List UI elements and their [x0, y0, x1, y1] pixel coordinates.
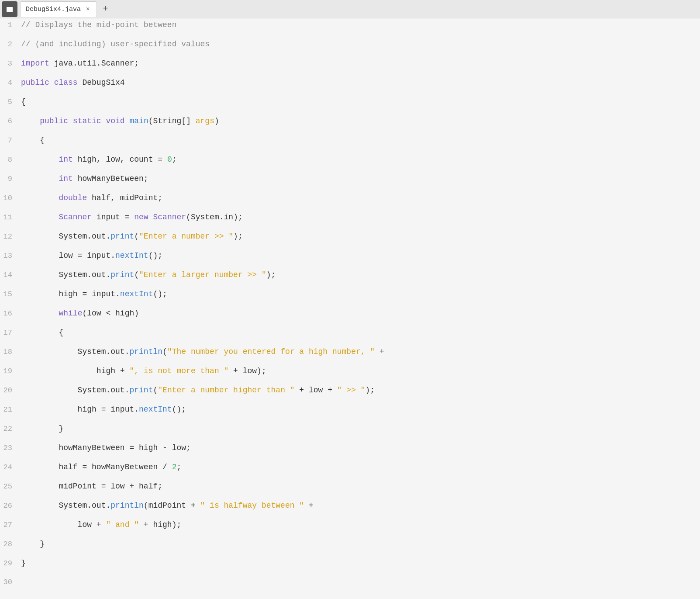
line-number: 1 — [0, 20, 19, 31]
code-token: "Enter a number >> " — [139, 232, 233, 241]
tab-filename: DebugSix4.java — [26, 6, 81, 13]
line-content[interactable]: int howManyBetween; — [19, 173, 700, 185]
file-tab[interactable]: DebugSix4.java × — [20, 1, 97, 17]
code-token: (); — [172, 405, 186, 414]
code-token: half = howManyBetween / — [21, 463, 172, 471]
line-content[interactable]: half = howManyBetween / 2; — [19, 461, 700, 474]
code-token: System.out. — [21, 270, 110, 279]
code-token: "The number you entered for a high numbe… — [167, 347, 375, 356]
line-content[interactable]: { — [19, 96, 700, 108]
line-content[interactable]: import java.util.Scanner; — [19, 58, 700, 70]
code-token: "Enter a larger number >> " — [139, 270, 266, 279]
code-token: public — [40, 117, 68, 125]
code-token: + high); — [139, 520, 181, 529]
code-token: args — [196, 117, 214, 125]
line-content[interactable]: } — [19, 423, 700, 435]
code-line: 19 high + ", is not more than " + low); — [0, 364, 700, 384]
line-content[interactable]: System.out.print("Enter a larger number … — [19, 269, 700, 281]
line-content[interactable]: while(low < high) — [19, 308, 700, 320]
title-bar: DebugSix4.java × + — [0, 0, 700, 18]
code-token: ); — [266, 270, 276, 279]
file-explorer-button[interactable] — [2, 1, 17, 17]
code-token: (midPoint + — [144, 501, 200, 510]
line-content[interactable]: public static void main(String[] args) — [19, 115, 700, 128]
code-token — [148, 213, 153, 222]
code-line: 29} — [0, 557, 700, 576]
line-content[interactable]: System.out.print("Enter a number >> "); — [19, 231, 700, 243]
line-content[interactable]: } — [19, 557, 700, 570]
code-token: { — [21, 97, 26, 106]
line-content[interactable]: // (and including) user-specified values — [19, 38, 700, 51]
line-content[interactable]: high + ", is not more than " + low); — [19, 365, 700, 377]
code-token: high = input. — [21, 405, 139, 414]
code-token: 2 — [172, 463, 177, 471]
code-token — [101, 117, 106, 125]
code-area: 1// Displays the mid-point between2// (a… — [0, 18, 700, 595]
line-content[interactable]: { — [19, 327, 700, 339]
line-number: 21 — [0, 404, 19, 415]
line-content[interactable]: midPoint = low + half; — [19, 481, 700, 493]
code-token: new — [134, 213, 148, 222]
code-line: 21 high = input.nextInt(); — [0, 403, 700, 422]
code-token: ( — [148, 117, 153, 125]
code-token: java.util.Scanner; — [49, 59, 139, 68]
code-token: howManyBetween = high - low; — [21, 443, 191, 452]
code-token — [21, 213, 59, 222]
line-content[interactable]: howManyBetween = high - low; — [19, 442, 700, 454]
code-line: 30 — [0, 576, 700, 595]
code-token: } — [21, 424, 63, 433]
line-content[interactable]: high = input.nextInt(); — [19, 288, 700, 301]
line-number: 27 — [0, 519, 19, 531]
code-line: 23 howManyBetween = high - low; — [0, 441, 700, 461]
code-token: (); — [148, 251, 162, 260]
code-token: Scanner — [59, 213, 92, 222]
line-content[interactable]: System.out.println(midPoint + " is halfw… — [19, 500, 700, 512]
code-token: while — [59, 309, 82, 318]
line-number: 4 — [0, 77, 19, 89]
line-content[interactable]: low + " and " + high); — [19, 519, 700, 531]
code-token: nextInt — [120, 290, 153, 298]
tab-close-button[interactable]: × — [84, 5, 91, 14]
code-token: ( — [162, 347, 167, 356]
code-token: nextInt — [115, 251, 148, 260]
code-token: void — [106, 117, 124, 125]
code-token: int — [59, 155, 72, 164]
line-content[interactable]: System.out.print("Enter a number higher … — [19, 384, 700, 397]
line-content[interactable]: int high, low, count = 0; — [19, 154, 700, 166]
code-token: String — [153, 117, 182, 125]
line-content[interactable]: low = input.nextInt(); — [19, 250, 700, 262]
code-line: 16 while(low < high) — [0, 307, 700, 326]
code-token: high + — [21, 367, 129, 375]
line-content[interactable]: double half, midPoint; — [19, 192, 700, 204]
code-token: ( — [153, 386, 158, 395]
code-line: 22 } — [0, 422, 700, 441]
line-content[interactable]: public class DebugSix4 — [19, 77, 700, 89]
code-token: low = input. — [21, 251, 115, 260]
code-token: ) — [214, 117, 219, 125]
line-number: 18 — [0, 346, 19, 358]
code-line: 18 System.out.println("The number you en… — [0, 345, 700, 364]
code-token: print — [110, 270, 134, 279]
line-content[interactable]: // Displays the mid-point between — [19, 19, 700, 31]
line-number: 6 — [0, 116, 19, 127]
line-number: 12 — [0, 231, 19, 242]
code-token: ; — [172, 155, 177, 164]
line-content[interactable]: high = input.nextInt(); — [19, 404, 700, 416]
line-number: 19 — [0, 366, 19, 377]
code-line: 1// Displays the mid-point between — [0, 18, 700, 38]
line-number: 14 — [0, 270, 19, 281]
code-token: high = input. — [21, 290, 120, 298]
line-content[interactable]: { — [19, 135, 700, 147]
line-content[interactable]: } — [19, 538, 700, 551]
code-token: ", is not more than " — [129, 367, 228, 375]
new-tab-button[interactable]: + — [99, 3, 112, 16]
code-token: class — [54, 78, 78, 87]
line-number: 9 — [0, 173, 19, 185]
line-content[interactable]: System.out.println("The number you enter… — [19, 346, 700, 358]
code-token: ( — [134, 270, 139, 279]
code-token: // (and including) user-specified values — [21, 40, 210, 48]
line-number: 22 — [0, 423, 19, 435]
code-token — [21, 117, 40, 125]
line-content[interactable]: Scanner input = new Scanner(System.in); — [19, 211, 700, 224]
code-token: [] — [181, 117, 195, 125]
